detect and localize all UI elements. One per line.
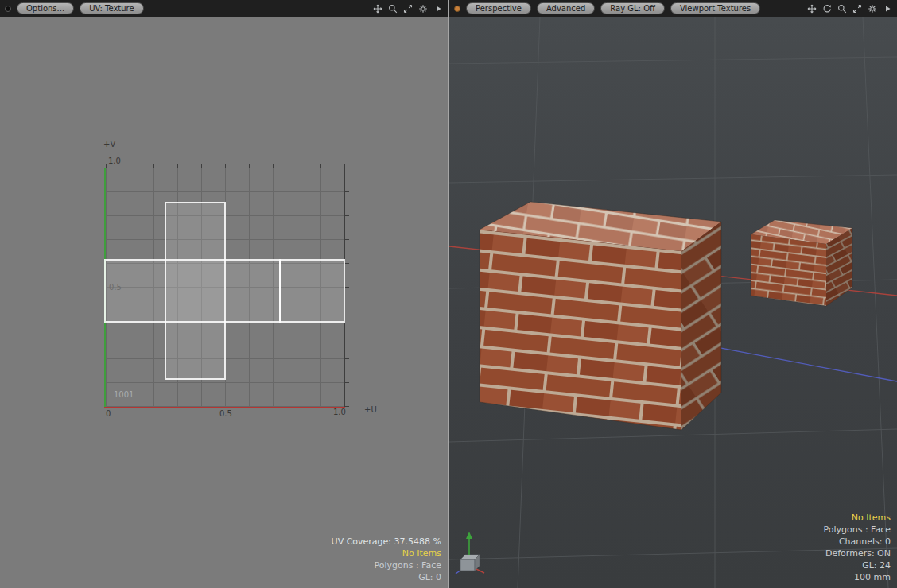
zoom-icon[interactable] <box>387 3 398 14</box>
settings-gear-icon[interactable] <box>867 3 877 14</box>
uv-status-block: UV Coverage: 37.5488 % No Items Polygons… <box>332 536 441 583</box>
u-mid-label: 0.5 <box>219 409 232 418</box>
viewport-3d-scene <box>449 17 897 588</box>
v-mid-label: 0.5 <box>109 283 122 292</box>
more-options-icon[interactable] <box>433 3 443 14</box>
uv-shell-horizontal-strip[interactable] <box>104 259 281 323</box>
perspective-viewport-panel: Perspective Advanced Ray GL: Off Viewpor… <box>448 0 897 588</box>
viewport-header-icons <box>806 3 892 14</box>
uv-viewport-indicator-icon[interactable] <box>5 6 11 12</box>
vp-grid-size-text: 100 mm <box>823 571 891 583</box>
viewport-header: Perspective Advanced Ray GL: Off Viewpor… <box>449 0 897 17</box>
zoom-icon[interactable] <box>837 3 847 14</box>
large-brick-cube[interactable] <box>480 202 721 430</box>
modo-uv-layout: Options... UV: Texture <box>0 0 897 588</box>
vp-deformers-text: Deformers: ON <box>823 547 891 559</box>
active-viewport-indicator-icon[interactable] <box>454 6 460 12</box>
pan-icon[interactable] <box>372 3 382 14</box>
options-button[interactable]: Options... <box>17 2 74 14</box>
uv-selection-text: No Items <box>332 547 441 559</box>
shading-mode-button[interactable]: Advanced <box>537 2 595 14</box>
uv-editor-panel: Options... UV: Texture <box>0 0 448 588</box>
maximize-icon[interactable] <box>852 3 862 14</box>
u-axis-label: +U <box>364 405 377 414</box>
settings-gear-icon[interactable] <box>417 3 428 14</box>
view-type-button[interactable]: Perspective <box>466 2 531 14</box>
pan-icon[interactable] <box>806 3 817 14</box>
viewport-status-block: No Items Polygons : Face Channels: 0 Def… <box>823 512 891 583</box>
origin-label: 0 <box>106 409 111 418</box>
uv-mode-button[interactable]: UV: Texture <box>80 2 144 14</box>
v-max-label: 1.0 <box>108 157 121 165</box>
uv-polygons-text: Polygons : Face <box>332 559 441 571</box>
axis-gizmo-icon <box>456 532 484 574</box>
uv-gl-text: GL: 0 <box>332 571 441 583</box>
maximize-icon[interactable] <box>402 3 413 14</box>
vp-polygons-text: Polygons : Face <box>823 524 891 536</box>
u-max-label: 1.0 <box>333 408 346 416</box>
ray-gl-button[interactable]: Ray GL: Off <box>600 2 665 14</box>
small-brick-cube[interactable] <box>751 220 852 306</box>
uv-header-icons <box>372 3 443 14</box>
uv-editor-header: Options... UV: Texture <box>0 0 448 17</box>
vp-gl-text: GL: 24 <box>823 559 891 571</box>
uv-grid-right-ticks <box>345 168 349 407</box>
uv-shell-right-quad[interactable] <box>279 259 345 323</box>
vp-channels-text: Channels: 0 <box>823 536 891 547</box>
viewport-textures-button[interactable]: Viewport Textures <box>670 2 760 14</box>
u-axis-line <box>104 407 345 408</box>
rotate-icon[interactable] <box>821 3 832 14</box>
viewport-canvas[interactable]: No Items Polygons : Face Channels: 0 Def… <box>449 17 897 588</box>
uv-coverage-text: UV Coverage: 37.5488 % <box>332 536 441 547</box>
vp-selection-text: No Items <box>823 512 891 524</box>
more-options-icon[interactable] <box>882 3 892 14</box>
udim-tile-label: 1001 <box>114 390 134 399</box>
v-axis-label: +V <box>103 140 115 149</box>
